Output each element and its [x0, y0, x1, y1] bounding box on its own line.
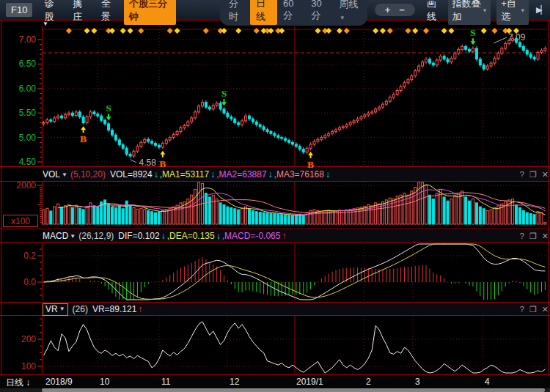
period-dropdown[interactable]: 日线 ↓: [6, 377, 30, 389]
svg-text:2000: 2000: [16, 180, 36, 191]
date-label: 10: [100, 377, 109, 387]
vr-line-layer: [44, 322, 546, 373]
indicator-value: ,MA3=76168: [274, 169, 324, 180]
tab-daily[interactable]: 日线: [250, 0, 277, 25]
close-icon[interactable]: ✕: [542, 232, 549, 241]
tab-60min[interactable]: 60分: [277, 0, 305, 23]
svg-text:6.50: 6.50: [19, 59, 37, 69]
vol-params: (5,10,20): [70, 169, 106, 180]
chart-canvas[interactable]: 7.006.506.005.505.004.5020000.20.0200100…: [0, 0, 550, 392]
horizontal-scrollbar[interactable]: [0, 388, 550, 392]
macd-indicator-name[interactable]: MACD: [43, 231, 68, 241]
zoom-out-button[interactable]: −: [395, 4, 409, 15]
help-icon[interactable]: ?: [520, 305, 524, 314]
vr-indicator-selector[interactable]: VR ▼: [43, 303, 68, 316]
candlestick-layer: [43, 35, 546, 158]
price-annotations: [131, 37, 507, 163]
signal-diamonds-layer: [66, 28, 519, 34]
svg-text:7.00: 7.00: [19, 34, 37, 45]
arrow-down-icon: ↓: [210, 169, 215, 180]
date-label: 2: [366, 377, 371, 387]
svg-text:4.58: 4.58: [139, 158, 157, 168]
tab-intraday[interactable]: 分时: [223, 0, 250, 25]
tab-weekly[interactable]: 周线▾: [333, 0, 364, 23]
chevron-down-icon: ▾: [483, 7, 487, 14]
chevron-down-icon[interactable]: ▼: [70, 233, 76, 240]
svg-text:S: S: [221, 88, 227, 99]
svg-text:6.00: 6.00: [19, 84, 37, 94]
index-overlay-button[interactable]: 指数叠加▾: [448, 0, 491, 25]
macd-values: DIF=0.102↓,DEA=0.135↓,MACD=-0.065↑: [118, 231, 287, 241]
macd-params: (26,12,9): [78, 231, 114, 241]
indicator-value: ,DEA=0.135: [167, 231, 215, 241]
stock-app-window: F10 诊股 擒庄 全景 个股三分钟 分时 日线 60分 30分 周线▾ + −…: [0, 0, 550, 392]
indicator-value: DIF=0.102: [118, 231, 159, 241]
zoom-controls: + −: [375, 4, 415, 16]
draw-line-button[interactable]: 画线: [427, 0, 442, 23]
period-selector: 分时 日线 60分 30分 周线▾: [220, 0, 367, 26]
axis-labels: 7.006.506.005.505.004.5020000.20.0200100…: [16, 27, 525, 371]
maximize-icon[interactable]: ❐: [529, 305, 537, 314]
date-label: 4: [485, 377, 490, 387]
date-label: 11: [161, 377, 170, 387]
svg-text:100: 100: [21, 361, 36, 371]
date-label: 12: [230, 377, 239, 387]
collapse-panel-icon[interactable]: ▶▏: [536, 5, 546, 15]
scrollbar-handle[interactable]: [42, 388, 545, 392]
vr-params: (26): [73, 304, 88, 314]
indicator-value: ,MACD=-0.065: [222, 231, 281, 241]
vol-panel-header: VOL ▼ (5,10,20) VOL=8924↓,MA1=53117↓,MA2…: [43, 168, 549, 181]
buy-sell-markers: [81, 38, 475, 158]
svg-text:S: S: [470, 27, 475, 38]
indicator-value: VR=89.121: [92, 304, 136, 314]
arrow-up-icon: ↑: [138, 304, 142, 314]
time-axis-bar: 日线 ↓ 2018/91011122019/1234: [0, 375, 550, 388]
svg-text:0.0: 0.0: [23, 277, 36, 287]
macd-panel-header: MACD ▼ (26,12,9) DIF=0.102↓,DEA=0.135↓,M…: [43, 230, 549, 242]
volume-unit-label: x100: [3, 215, 38, 227]
arrow-up-icon: ↑: [282, 231, 286, 241]
svg-text:B: B: [80, 133, 87, 144]
arrow-down-icon: ↓: [26, 377, 30, 388]
indicator-value: ,MA2=63887: [216, 169, 266, 180]
vr-indicator-name: VR: [45, 304, 58, 314]
vol-indicator-name[interactable]: VOL: [43, 169, 60, 180]
zoom-in-button[interactable]: +: [381, 4, 395, 15]
indicator-value: VOL=8924: [110, 169, 153, 180]
help-icon[interactable]: ?: [520, 170, 524, 179]
vol-window-icons: ?❐✕: [515, 170, 549, 180]
chevron-down-icon: ▾: [521, 7, 525, 14]
close-icon[interactable]: ✕: [542, 170, 549, 180]
date-label: 3: [415, 377, 420, 387]
arrow-down-icon: ↓: [268, 169, 273, 180]
stock-three-minutes-button[interactable]: 个股三分钟: [124, 0, 176, 25]
arrow-down-icon: ↓: [216, 231, 221, 241]
diagnose-stock-button[interactable]: 诊股: [44, 0, 61, 23]
volume-bars-layer: [43, 182, 546, 224]
maximize-icon[interactable]: ❐: [529, 170, 537, 180]
vr-window-icons: ?❐✕: [515, 305, 549, 314]
date-label: 2019/1: [296, 377, 323, 387]
svg-text:4.50: 4.50: [19, 157, 37, 167]
svg-text:0.2: 0.2: [23, 251, 36, 261]
svg-text:200: 200: [21, 334, 36, 344]
help-icon[interactable]: ?: [520, 232, 524, 240]
vr-panel-header: VR ▼ (26) VR=89.121↑ ?❐✕: [43, 303, 549, 315]
arrow-down-icon: ↓: [154, 169, 158, 180]
arrow-down-icon: ↓: [161, 231, 166, 241]
f10-button[interactable]: F10: [6, 3, 32, 17]
panorama-button[interactable]: 全景: [101, 0, 118, 23]
chevron-down-icon[interactable]: ▼: [62, 171, 67, 178]
maximize-icon[interactable]: ❐: [529, 232, 537, 241]
close-icon[interactable]: ✕: [542, 305, 549, 314]
svg-text:5.50: 5.50: [19, 108, 37, 118]
arrow-down-icon: ↓: [326, 169, 330, 180]
vr-values: VR=89.121↑: [92, 304, 144, 314]
vol-values: VOL=8924↓,MA1=53117↓,MA2=63887↓,MA3=7616…: [110, 169, 331, 180]
macd-window-icons: ?❐✕: [515, 232, 549, 241]
add-watchlist-button[interactable]: +自选▾: [496, 0, 529, 25]
svg-text:5.00: 5.00: [19, 133, 37, 143]
catch-banker-button[interactable]: 擒庄: [73, 0, 89, 23]
date-label: 2018/9: [45, 377, 73, 387]
tab-30min[interactable]: 30分: [305, 0, 333, 23]
